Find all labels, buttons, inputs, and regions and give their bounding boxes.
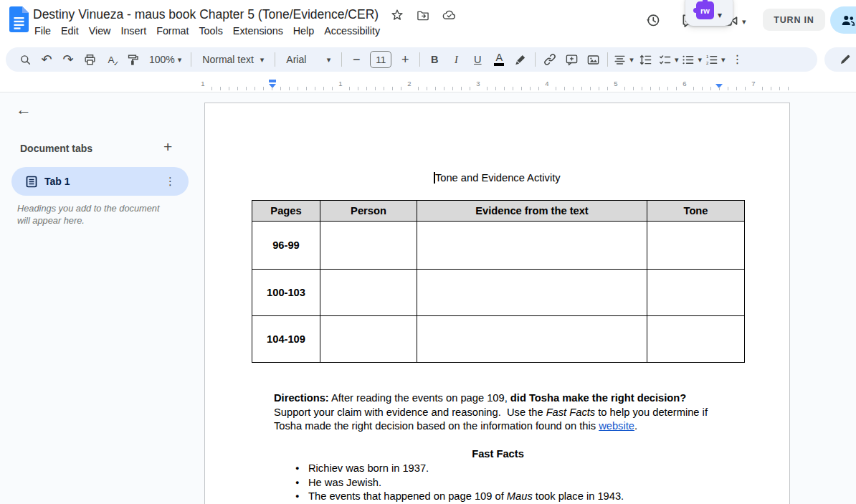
more-options-icon[interactable]: ⋮ xyxy=(728,50,746,69)
topbar: Destiny Vinueza - maus book Chapter 5 (T… xyxy=(0,0,856,40)
ruler-tick xyxy=(280,87,281,90)
editing-mode-button[interactable] xyxy=(824,47,856,72)
add-comment-icon[interactable] xyxy=(562,50,581,69)
tab-document-icon xyxy=(26,176,37,188)
first-line-indent-marker[interactable] xyxy=(269,80,276,82)
spelling-grammar-check-icon[interactable]: A✓ xyxy=(102,50,120,69)
ruler-tick xyxy=(693,87,694,90)
share-button[interactable] xyxy=(830,6,856,34)
ruler-tick xyxy=(504,87,505,90)
table-header-cell[interactable]: Tone xyxy=(647,201,745,222)
ruler-number: 1 xyxy=(337,80,344,87)
website-link[interactable]: website xyxy=(599,420,634,432)
insert-image-icon[interactable] xyxy=(584,50,602,69)
redo-icon[interactable]: ↷ xyxy=(59,50,77,69)
bulleted-list-dropdown[interactable]: ▾ xyxy=(681,50,702,69)
table-cell[interactable] xyxy=(320,270,417,316)
table-header-cell[interactable]: Evidence from the text xyxy=(417,201,647,222)
ruler-tick xyxy=(676,87,677,90)
paint-format-icon[interactable] xyxy=(123,50,142,69)
tab-options-icon[interactable]: ⋮ xyxy=(161,175,180,188)
fast-facts-heading[interactable]: Fast Facts xyxy=(274,448,722,460)
bold-button[interactable]: B xyxy=(425,50,444,69)
document-heading-line[interactable]: Tone and Evidence Activity xyxy=(205,172,789,184)
fast-facts-list[interactable]: Richiev was born in 1937.He was Jewish.T… xyxy=(295,462,624,504)
font-dropdown[interactable]: Arial ▾ xyxy=(280,50,336,69)
menu-format[interactable]: Format xyxy=(151,24,194,38)
toolbar-separator xyxy=(275,52,275,67)
fast-fact-item[interactable]: The events that happened on page 109 of … xyxy=(295,490,624,504)
table-cell[interactable] xyxy=(647,270,745,316)
table-cell[interactable] xyxy=(417,222,647,270)
decrease-font-size-button[interactable]: − xyxy=(347,50,366,69)
menu-tools[interactable]: Tools xyxy=(194,24,227,38)
menu-extensions[interactable]: Extensions xyxy=(228,24,288,38)
menu-edit[interactable]: Edit xyxy=(56,24,84,38)
cloud-saved-icon[interactable] xyxy=(442,8,456,22)
table-cell[interactable]: 104-109 xyxy=(252,316,320,363)
numbered-list-dropdown[interactable]: 1 2 ▾ xyxy=(705,50,726,69)
font-size-input[interactable]: 11 xyxy=(370,51,391,68)
table-header-cell[interactable]: Person xyxy=(320,201,417,222)
ruler[interactable]: 11234567 xyxy=(0,77,856,92)
version-history-icon[interactable] xyxy=(645,11,662,29)
insert-link-icon[interactable] xyxy=(541,50,559,69)
turn-in-button[interactable]: TURN IN xyxy=(763,9,825,31)
ruler-tick xyxy=(624,87,625,90)
move-to-folder-icon[interactable] xyxy=(416,8,430,22)
ruler-tick xyxy=(427,87,427,90)
increase-font-size-button[interactable]: + xyxy=(396,50,414,69)
table-cell[interactable] xyxy=(320,222,417,270)
ruler-tick xyxy=(358,87,358,90)
rw-puzzle-icon[interactable]: rw xyxy=(696,1,714,19)
read-write-extension-popup[interactable]: rw ▾ xyxy=(685,0,733,26)
table-cell[interactable] xyxy=(320,316,417,363)
meet-dropdown-caret-icon[interactable]: ▾ xyxy=(742,17,746,27)
fast-fact-item[interactable]: He was Jewish. xyxy=(295,476,624,490)
menu-view[interactable]: View xyxy=(84,24,116,38)
menu-help[interactable]: Help xyxy=(288,24,319,38)
zoom-dropdown[interactable]: 100% ▾ xyxy=(145,50,186,69)
fast-fact-item[interactable]: Richiev was born in 1937. xyxy=(295,462,624,476)
ruler-tick xyxy=(246,87,247,90)
left-indent-marker[interactable] xyxy=(269,84,276,88)
add-tab-button[interactable]: + xyxy=(163,138,172,156)
table-header-cell[interactable]: Pages xyxy=(252,201,320,222)
ruler-tick xyxy=(211,87,212,90)
table-cell[interactable]: 96-99 xyxy=(252,222,320,270)
back-arrow-icon[interactable]: ← xyxy=(16,100,32,119)
highlight-color-button[interactable] xyxy=(511,50,530,69)
text-color-button[interactable]: A xyxy=(490,50,508,69)
checklist-dropdown[interactable]: ▾ xyxy=(658,50,679,69)
search-menus-icon[interactable] xyxy=(16,50,34,69)
paragraph-styles-dropdown[interactable]: Normal text ▾ xyxy=(196,50,270,69)
document-title[interactable]: Destiny Vinueza - maus book Chapter 5 (T… xyxy=(33,7,379,22)
ruler-tick xyxy=(650,87,651,90)
menu-file[interactable]: File xyxy=(29,24,56,38)
table-header-row: PagesPersonEvidence from the textTone xyxy=(252,201,745,222)
menu-accessibility[interactable]: Accessibility xyxy=(319,24,385,38)
line-spacing-icon[interactable] xyxy=(637,50,655,69)
ruler-tick xyxy=(306,87,307,90)
print-icon[interactable] xyxy=(80,50,99,69)
google-docs-logo-icon[interactable] xyxy=(9,6,29,32)
ruler-tick xyxy=(495,87,496,90)
italic-button[interactable]: I xyxy=(447,50,465,69)
directions-paragraph[interactable]: Directions: After reading the events on … xyxy=(274,391,708,434)
menu-insert[interactable]: Insert xyxy=(115,24,151,38)
ruler-tick xyxy=(573,87,574,90)
chevron-down-icon[interactable]: ▾ xyxy=(718,11,722,19)
align-dropdown[interactable]: ▾ xyxy=(613,50,634,69)
underline-button[interactable]: U xyxy=(468,50,487,69)
document-page[interactable]: Tone and Evidence Activity PagesPersonEv… xyxy=(204,103,790,504)
table-cell[interactable] xyxy=(647,222,745,270)
undo-icon[interactable]: ↶ xyxy=(37,50,56,69)
sidebar-tab-1[interactable]: Tab 1 ⋮ xyxy=(11,167,189,196)
table-cell[interactable] xyxy=(417,270,647,316)
table-cell[interactable] xyxy=(647,316,745,363)
table-row: 96-99 xyxy=(252,222,745,270)
ruler-tick xyxy=(366,87,367,90)
table-cell[interactable]: 100-103 xyxy=(252,270,320,316)
table-cell[interactable] xyxy=(417,316,647,363)
star-icon[interactable] xyxy=(390,8,404,22)
